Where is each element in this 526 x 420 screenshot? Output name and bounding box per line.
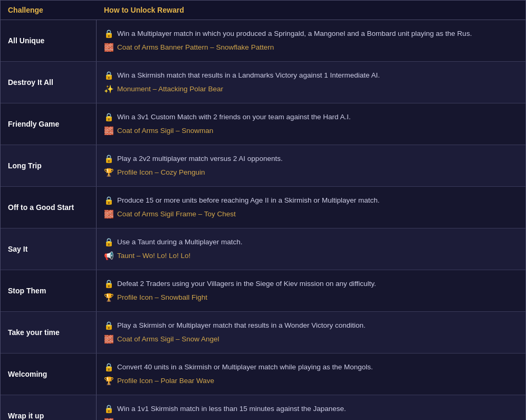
reward-item: 🧱Coat of Arms Sigil Frame – Toy Chest <box>104 208 518 221</box>
lock-icon: 🔒 <box>104 28 114 40</box>
unlock-condition: 🔒Play a Skirmish or Multiplayer match th… <box>104 320 518 332</box>
challenge-name: Long Trip <box>1 145 97 186</box>
unlock-condition: 🔒Win a Multiplayer match in which you pr… <box>104 28 518 40</box>
reward-item: 🏆Profile Icon – Polar Bear Wave <box>104 375 518 387</box>
reward-text: Profile Icon – Snowball Fight <box>117 292 207 303</box>
unlock-condition: 🔒Win a Skirmish match that results in a … <box>104 70 518 82</box>
challenge-name: Friendly Game <box>1 103 97 145</box>
challenge-name: All Unique <box>1 20 97 61</box>
unlock-condition: 🔒Defeat 2 Traders using your Villagers i… <box>104 278 518 290</box>
table-row: All Unique🔒Win a Multiplayer match in wh… <box>1 20 525 62</box>
lock-icon: 🔒 <box>104 195 114 207</box>
challenge-name: Welcoming <box>1 354 97 395</box>
table-row: Long Trip🔒Play a 2v2 multiplayer match v… <box>1 145 525 187</box>
reward-cell: 🔒Defeat 2 Traders using your Villagers i… <box>97 270 525 311</box>
reward-icon: 🧱 <box>104 125 114 137</box>
reward-cell: 🔒Convert 40 units in a Skirmish or Multi… <box>97 354 525 395</box>
challenge-name: Stop Them <box>1 270 97 311</box>
reward-header: How to Unlock Reward <box>97 1 525 20</box>
table-row: Friendly Game🔒Win a 3v1 Custom Match wit… <box>1 103 525 145</box>
table-body: All Unique🔒Win a Multiplayer match in wh… <box>1 20 525 420</box>
reward-text: Coat of Arms Sigil Frame – Toy Chest <box>117 209 236 219</box>
reward-cell: 🔒Play a Skirmish or Multiplayer match th… <box>97 312 525 353</box>
lock-icon: 🔒 <box>104 70 114 82</box>
lock-icon: 🔒 <box>104 236 114 249</box>
reward-cell: 🔒Win a Multiplayer match in which you pr… <box>97 20 525 61</box>
reward-icon: 🏆 <box>104 167 114 179</box>
table-row: Say It🔒Use a Taunt during a Multiplayer … <box>1 228 525 270</box>
lock-icon: 🔒 <box>104 278 114 290</box>
unlock-condition: 🔒Convert 40 units in a Skirmish or Multi… <box>104 361 518 374</box>
reward-text: Coat of Arms Sigil – Snow Angel <box>117 334 219 345</box>
reward-text: Profile Icon – Polar Bear Wave <box>117 376 214 386</box>
reward-icon: 📢 <box>104 250 114 262</box>
reward-item: 🏆Profile Icon – Cozy Penguin <box>104 167 518 179</box>
reward-item: 🧱Coat of Arms Banner Pattern – Snowflake… <box>104 42 518 54</box>
reward-cell: 🔒Win a 3v1 Custom Match with 2 friends o… <box>97 103 525 145</box>
reward-item: ✨Monument – Attacking Polar Bear <box>104 83 518 96</box>
unlock-text: Play a Skirmish or Multiplayer match tha… <box>117 320 366 331</box>
reward-icon: ✨ <box>104 83 114 96</box>
reward-icon: 🏆 <box>104 292 114 304</box>
unlock-condition: 🔒Use a Taunt during a Multiplayer match. <box>104 236 518 249</box>
reward-text: Coat of Arms Sigil Frame – Gift Wrap <box>117 417 234 420</box>
reward-text: Coat of Arms Sigil – Snowman <box>117 126 213 136</box>
lock-icon: 🔒 <box>104 153 114 165</box>
table-row: Stop Them🔒Defeat 2 Traders using your Vi… <box>1 270 525 312</box>
reward-icon: 🧱 <box>104 417 114 421</box>
challenge-header: Challenge <box>1 1 97 20</box>
challenge-name: Off to a Good Start <box>1 187 97 228</box>
unlock-condition: 🔒Produce 15 or more units before reachin… <box>104 195 518 207</box>
reward-cell: 🔒Use a Taunt during a Multiplayer match.… <box>97 228 525 270</box>
challenge-name: Wrap it up <box>1 395 97 420</box>
lock-icon: 🔒 <box>104 403 114 415</box>
unlock-condition: 🔒Win a 1v1 Skirmish match in less than 1… <box>104 403 518 415</box>
unlock-text: Play a 2v2 multiplayer match versus 2 AI… <box>117 154 283 164</box>
unlock-text: Win a 3v1 Custom Match with 2 friends on… <box>117 112 351 122</box>
reward-text: Coat of Arms Banner Pattern – Snowflake … <box>117 42 274 53</box>
table-row: Off to a Good Start🔒Produce 15 or more u… <box>1 187 525 228</box>
reward-item: 🧱Coat of Arms Sigil Frame – Gift Wrap <box>104 417 518 421</box>
reward-cell: 🔒Produce 15 or more units before reachin… <box>97 187 525 228</box>
reward-cell: 🔒Win a 1v1 Skirmish match in less than 1… <box>97 395 525 420</box>
challenge-name: Destroy It All <box>1 62 97 103</box>
unlock-text: Win a 1v1 Skirmish match in less than 15… <box>117 404 346 414</box>
challenge-name: Say It <box>1 228 97 270</box>
reward-icon: 🧱 <box>104 42 114 54</box>
reward-item: 🏆Profile Icon – Snowball Fight <box>104 292 518 304</box>
reward-cell: 🔒Play a 2v2 multiplayer match versus 2 A… <box>97 145 525 186</box>
reward-icon: 🏆 <box>104 375 114 387</box>
unlock-condition: 🔒Win a 3v1 Custom Match with 2 friends o… <box>104 111 518 123</box>
lock-icon: 🔒 <box>104 361 114 374</box>
table-row: Welcoming🔒Convert 40 units in a Skirmish… <box>1 354 525 395</box>
reward-item: 🧱Coat of Arms Sigil – Snow Angel <box>104 333 518 346</box>
reward-text: Monument – Attacking Polar Bear <box>117 84 223 94</box>
unlock-text: Produce 15 or more units before reaching… <box>117 195 379 206</box>
unlock-text: Win a Skirmish match that results in a L… <box>117 70 380 81</box>
challenges-table: Challenge How to Unlock Reward All Uniqu… <box>0 0 526 420</box>
unlock-text: Win a Multiplayer match in which you pro… <box>117 28 472 39</box>
table-row: Take your time🔒Play a Skirmish or Multip… <box>1 312 525 354</box>
unlock-text: Defeat 2 Traders using your Villagers in… <box>117 279 376 289</box>
lock-icon: 🔒 <box>104 320 114 332</box>
unlock-text: Use a Taunt during a Multiplayer match. <box>117 237 243 247</box>
reward-text: Profile Icon – Cozy Penguin <box>117 167 205 178</box>
reward-icon: 🧱 <box>104 333 114 346</box>
unlock-text: Convert 40 units in a Skirmish or Multip… <box>117 362 373 373</box>
table-row: Wrap it up🔒Win a 1v1 Skirmish match in l… <box>1 395 525 420</box>
reward-text: Taunt – Wo! Lo! Lo! Lo! <box>117 251 190 261</box>
reward-icon: 🧱 <box>104 208 114 221</box>
reward-item: 📢Taunt – Wo! Lo! Lo! Lo! <box>104 250 518 262</box>
reward-cell: 🔒Win a Skirmish match that results in a … <box>97 62 525 103</box>
challenge-name: Take your time <box>1 312 97 353</box>
reward-item: 🧱Coat of Arms Sigil – Snowman <box>104 125 518 137</box>
table-row: Destroy It All🔒Win a Skirmish match that… <box>1 62 525 103</box>
unlock-condition: 🔒Play a 2v2 multiplayer match versus 2 A… <box>104 153 518 165</box>
table-header: Challenge How to Unlock Reward <box>1 1 525 20</box>
lock-icon: 🔒 <box>104 111 114 123</box>
